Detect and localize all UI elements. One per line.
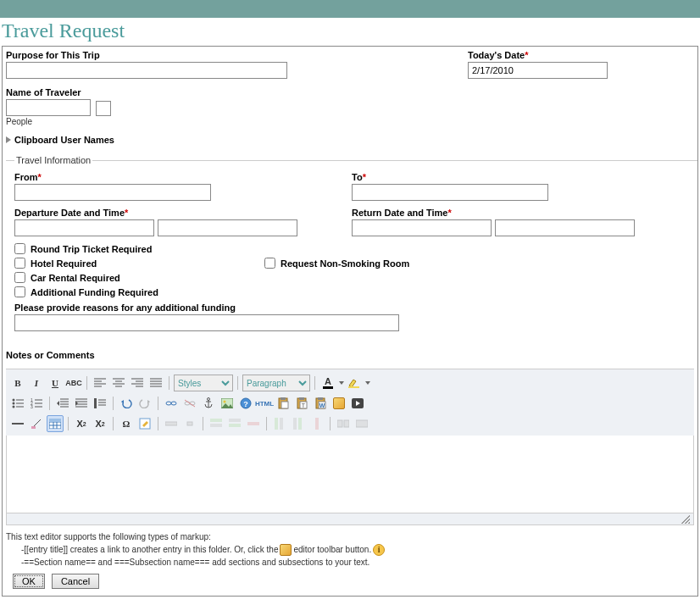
- resize-grip-icon[interactable]: [681, 515, 690, 524]
- align-right-button[interactable]: [129, 375, 146, 391]
- table-row-props-button[interactable]: [163, 415, 180, 432]
- ordered-list-button[interactable]: 123: [28, 395, 45, 412]
- purpose-input[interactable]: [6, 62, 287, 79]
- car-rental-checkbox[interactable]: [14, 272, 25, 283]
- html-source-button[interactable]: HTML: [256, 395, 273, 412]
- paste-word-button[interactable]: W: [312, 395, 329, 412]
- insert-col-before-button[interactable]: [271, 415, 288, 432]
- redo-button[interactable]: [136, 395, 153, 412]
- dropdown-caret-icon[interactable]: [339, 381, 344, 385]
- reasons-label: Please provide reasons for any additiona…: [14, 302, 689, 313]
- align-justify-button[interactable]: [147, 375, 164, 391]
- paste-button[interactable]: [275, 395, 292, 412]
- editor-textarea[interactable]: [6, 436, 694, 513]
- purpose-label: Purpose for This Trip: [6, 50, 468, 60]
- indent-button[interactable]: [73, 395, 90, 412]
- form-container: Purpose for This Trip Today's Date* Name…: [2, 46, 698, 597]
- link-button[interactable]: [163, 395, 180, 412]
- chevron-right-icon: [6, 136, 11, 143]
- merge-cells-button[interactable]: [353, 415, 370, 432]
- subscript-button[interactable]: X2: [73, 415, 90, 432]
- paragraph-select[interactable]: Paragraph: [242, 375, 310, 391]
- link-entry-button[interactable]: [331, 395, 347, 412]
- styles-select[interactable]: Styles: [174, 375, 233, 391]
- dropdown-caret-icon[interactable]: [365, 381, 370, 385]
- edit-button[interactable]: [136, 415, 153, 432]
- svg-rect-88: [356, 420, 368, 427]
- strikethrough-button[interactable]: ABC: [65, 375, 82, 391]
- table-button[interactable]: [47, 415, 64, 432]
- outdent-button[interactable]: [54, 395, 71, 412]
- highlight-color-button[interactable]: [346, 375, 363, 391]
- svg-rect-74: [165, 422, 177, 425]
- cube-icon: [280, 544, 292, 556]
- traveler-helper: People: [6, 117, 694, 126]
- blockquote-button[interactable]: [92, 395, 108, 412]
- split-cells-button[interactable]: [335, 415, 352, 432]
- insert-col-after-button[interactable]: [290, 415, 307, 432]
- separator-icon: [86, 376, 87, 390]
- paste-text-button[interactable]: T: [293, 395, 310, 412]
- svg-point-50: [224, 401, 226, 403]
- info-icon[interactable]: i: [373, 544, 385, 556]
- text-color-button[interactable]: A: [319, 375, 336, 391]
- svg-rect-77: [210, 424, 222, 427]
- svg-rect-85: [315, 418, 319, 430]
- help-button[interactable]: ?: [237, 395, 254, 412]
- today-date-input[interactable]: [468, 62, 608, 79]
- to-input[interactable]: [352, 184, 548, 201]
- traveler-input[interactable]: [6, 99, 91, 116]
- additional-funding-checkbox[interactable]: [14, 286, 25, 297]
- horizontal-rule-button[interactable]: [9, 415, 26, 432]
- return-date-input[interactable]: [352, 219, 492, 236]
- svg-rect-61: [318, 397, 323, 400]
- editor-statusbar: [6, 513, 694, 525]
- insert-row-before-button[interactable]: [208, 415, 225, 432]
- delete-col-button[interactable]: [308, 415, 325, 432]
- svg-rect-57: [299, 397, 304, 400]
- bold-button[interactable]: B: [9, 375, 26, 391]
- editor-toolbar: B I U ABC Styles Paragraph A 123: [6, 369, 694, 436]
- return-time-input[interactable]: [495, 219, 635, 236]
- nonsmoking-checkbox[interactable]: [264, 258, 275, 269]
- from-input[interactable]: [14, 184, 211, 201]
- reasons-input[interactable]: [14, 314, 399, 331]
- separator-icon: [49, 397, 50, 410]
- unlink-button[interactable]: [181, 395, 198, 412]
- special-char-button[interactable]: Ω: [118, 415, 135, 432]
- superscript-button[interactable]: X2: [92, 415, 108, 432]
- svg-point-41: [166, 402, 171, 405]
- departure-date-input[interactable]: [14, 219, 154, 236]
- traveler-lookup-button[interactable]: [96, 101, 111, 116]
- italic-button[interactable]: I: [28, 375, 45, 391]
- youtube-button[interactable]: [349, 395, 366, 412]
- delete-row-button[interactable]: [245, 415, 262, 432]
- remove-format-button[interactable]: [28, 415, 45, 432]
- svg-rect-79: [229, 424, 241, 427]
- image-button[interactable]: [219, 395, 236, 412]
- from-label: From*: [14, 172, 352, 182]
- round-trip-checkbox[interactable]: [14, 243, 25, 254]
- clipboard-label: Clipboard User Names: [14, 135, 114, 145]
- svg-text:?: ?: [243, 400, 248, 408]
- anchor-button[interactable]: [200, 395, 217, 412]
- unordered-list-button[interactable]: [9, 395, 26, 412]
- svg-point-17: [13, 399, 15, 402]
- departure-time-input[interactable]: [158, 219, 297, 236]
- insert-row-after-button[interactable]: [226, 415, 243, 432]
- table-cell-props-button[interactable]: [181, 415, 198, 432]
- cancel-button[interactable]: Cancel: [52, 574, 99, 589]
- ok-button[interactable]: OK: [13, 574, 45, 589]
- svg-rect-82: [280, 418, 283, 430]
- traveler-label: Name of Traveler: [6, 87, 694, 97]
- align-left-button[interactable]: [92, 375, 108, 391]
- separator-icon: [237, 376, 238, 390]
- underline-button[interactable]: U: [47, 375, 64, 391]
- undo-button[interactable]: [118, 395, 135, 412]
- align-center-button[interactable]: [110, 375, 127, 391]
- travel-information-legend: Travel Information: [14, 155, 92, 165]
- clipboard-toggle[interactable]: Clipboard User Names: [6, 135, 694, 145]
- separator-icon: [113, 417, 114, 430]
- hotel-checkbox[interactable]: [14, 258, 25, 269]
- car-rental-label: Car Rental Required: [31, 273, 120, 283]
